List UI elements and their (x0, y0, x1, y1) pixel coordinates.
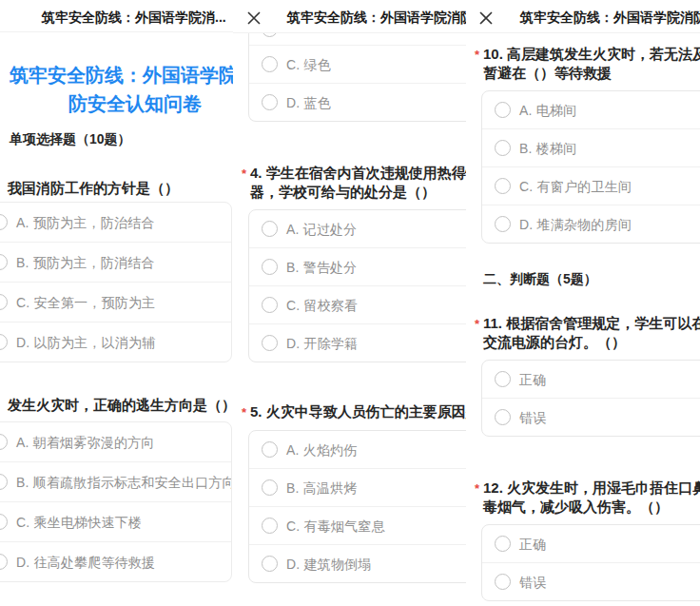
radio-icon[interactable] (262, 556, 278, 572)
section-heading: 单项选择题（10题） (10, 130, 131, 147)
option-row[interactable]: C. 安全第一，预防为主 (0, 282, 231, 322)
option-label: 正确 (519, 371, 546, 388)
radio-icon[interactable] (0, 434, 8, 450)
option-row[interactable]: C. 留校察看 (249, 285, 466, 323)
radio-icon[interactable] (262, 518, 278, 534)
options-group: A. 电梯间 B. 楼梯间 C. 有窗户的卫生间 D. 堆满杂物的房间 (481, 90, 700, 244)
radio-icon[interactable] (262, 297, 278, 313)
option-row[interactable]: A. 记过处分 (249, 210, 466, 247)
option-row[interactable]: 正确 (482, 361, 700, 398)
radio-icon[interactable] (495, 140, 511, 156)
option-label: D. 开除学籍 (286, 335, 358, 352)
nav-title: 筑牢安全防线：外国语学院消防安全认知问卷 (520, 9, 700, 26)
divider (466, 32, 700, 33)
option-label: 错误 (519, 574, 546, 591)
radio-icon[interactable] (0, 334, 8, 350)
question-text: 发生火灾时，正确的逃生方向是（） (8, 396, 233, 415)
radio-icon[interactable] (495, 536, 511, 552)
option-label: A. 预防为主，防治结合 (16, 214, 155, 231)
options-group: A. 预防为主，防治结合 B. 预防为主，防消结合 C. 安全第一，预防为主 D… (0, 202, 232, 362)
option-label: 错误 (519, 409, 546, 426)
nav-title: 筑牢安全防线：外国语学院消防安全认知问卷 (287, 9, 466, 26)
option-label: B. 预防为主，防消结合 (16, 254, 155, 271)
radio-icon[interactable] (0, 514, 8, 530)
nav-title: 筑牢安全防线：外国语学院消... (42, 9, 226, 26)
option-row-partial[interactable] (249, 33, 466, 46)
option-row[interactable]: D. 开除学籍 (249, 323, 466, 362)
option-row[interactable]: B. 高温烘烤 (249, 468, 466, 506)
radio-icon[interactable] (262, 221, 278, 237)
question-text: 4. 学生在宿舍内首次违规使用热得快 器，学校可给与的处分是（） (250, 164, 466, 202)
radio-icon[interactable] (495, 574, 511, 590)
option-row[interactable]: D. 堆满杂物的房间 (482, 205, 700, 243)
close-icon[interactable] (245, 10, 262, 27)
required-asterisk: * (475, 49, 479, 62)
radio-icon[interactable] (0, 254, 8, 270)
option-label: A. 火焰灼伤 (286, 441, 358, 459)
options-group: 正确 错误 (481, 360, 700, 437)
radio-icon[interactable] (262, 479, 278, 496)
radio-icon[interactable] (262, 33, 278, 37)
option-row[interactable]: C. 有毒烟气窒息 (249, 506, 466, 544)
option-label: C. 有窗户的卫生间 (519, 178, 632, 195)
question-text-line: 交流电源的台灯。（） (483, 333, 700, 352)
radio-icon[interactable] (0, 294, 8, 310)
option-row[interactable]: 正确 (482, 525, 700, 562)
question-text-line: 5. 火灾中导致人员伤亡的主要原因是 (250, 402, 466, 421)
option-row[interactable]: A. 火焰灼伤 (249, 431, 466, 468)
radio-icon[interactable] (495, 216, 511, 232)
radio-icon[interactable] (495, 371, 511, 387)
radio-icon[interactable] (495, 102, 511, 118)
screenshot-panel-3: 筑牢安全防线：外国语学院消防安全认知问卷 * 10. 高层建筑发生火灾时，若无法… (466, 0, 700, 606)
radio-icon[interactable] (262, 56, 278, 72)
section-heading: 二、判断题（5题） (483, 270, 597, 287)
radio-icon[interactable] (262, 335, 278, 351)
option-label: C. 安全第一，预防为主 (16, 294, 155, 311)
screenshot-panel-2: 筑牢安全防线：外国语学院消防安全认知问卷 C. 绿色 D. 蓝色 * 4. 学生… (233, 0, 466, 606)
option-row[interactable]: D. 以防为主，以消为辅 (0, 322, 231, 362)
option-row[interactable]: D. 往高处攀爬等待救援 (0, 541, 231, 581)
option-label: B. 警告处分 (286, 259, 358, 276)
required-asterisk: * (475, 318, 479, 331)
radio-icon[interactable] (495, 178, 511, 194)
option-label: 正确 (519, 536, 546, 553)
option-row[interactable]: B. 预防为主，防消结合 (0, 242, 231, 282)
option-row[interactable]: B. 顺着疏散指示标志和安全出口方向 (0, 461, 231, 501)
option-row[interactable]: 错误 (482, 398, 700, 436)
question-text-line: 10. 高层建筑发生火灾时，若无法及时 (483, 45, 700, 64)
option-label: B. 顺着疏散指示标志和安全出口方向 (16, 474, 232, 491)
option-row[interactable]: A. 朝着烟雾弥漫的方向 (0, 422, 231, 461)
option-label: A. 记过处分 (286, 221, 358, 238)
option-label: D. 堆满杂物的房间 (519, 216, 632, 233)
question-text: 10. 高层建筑发生火灾时，若无法及时 暂避在（）等待救援 (483, 45, 700, 83)
option-label: A. 电梯间 (519, 102, 576, 119)
option-label: C. 有毒烟气窒息 (286, 518, 385, 535)
radio-icon[interactable] (262, 441, 278, 458)
radio-icon[interactable] (0, 554, 8, 570)
option-row[interactable]: D. 蓝色 (249, 83, 466, 121)
option-row[interactable]: C. 乘坐电梯快速下楼 (0, 501, 231, 541)
option-row[interactable]: C. 绿色 (249, 46, 466, 83)
option-row[interactable]: D. 建筑物倒塌 (249, 544, 466, 582)
option-row[interactable]: C. 有窗户的卫生间 (482, 166, 700, 205)
screenshot-panel-1: 筑牢安全防线：外国语学院消... 筑牢安全防线：外国语学院消 防安全认知问卷 单… (0, 0, 233, 606)
radio-icon[interactable] (495, 409, 511, 425)
required-asterisk: * (242, 167, 246, 181)
option-row[interactable]: A. 预防为主，防治结合 (0, 203, 231, 242)
option-row[interactable]: B. 楼梯间 (482, 128, 700, 166)
question-text: 5. 火灾中导致人员伤亡的主要原因是 (250, 402, 466, 421)
radio-icon[interactable] (262, 259, 278, 275)
option-label: C. 乘坐电梯快速下楼 (16, 514, 142, 531)
radio-icon[interactable] (0, 474, 8, 490)
option-label: B. 高温烘烤 (286, 479, 358, 497)
question-text-line: 器，学校可给与的处分是（） (250, 183, 466, 202)
question-text: 12. 火灾发生时，用湿毛巾捂住口鼻可 毒烟气，减少吸入伤害。（） (483, 479, 700, 517)
option-row[interactable]: A. 电梯间 (482, 91, 700, 128)
question-text: 我国消防工作的方针是（） (8, 179, 179, 198)
option-row[interactable]: 错误 (482, 562, 700, 600)
radio-icon[interactable] (0, 214, 8, 230)
close-icon[interactable] (477, 10, 495, 27)
radio-icon[interactable] (262, 94, 278, 110)
option-row[interactable]: B. 警告处分 (249, 247, 466, 285)
question-text-line: 毒烟气，减少吸入伤害。（） (483, 498, 700, 517)
